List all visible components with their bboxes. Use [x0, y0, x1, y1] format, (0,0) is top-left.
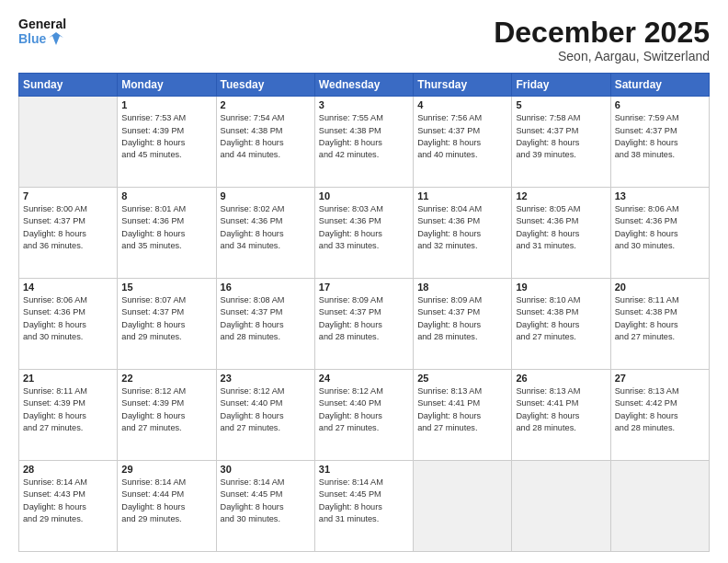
day-info: Sunrise: 8:13 AMSunset: 4:41 PMDaylight:… [417, 385, 507, 434]
title-block: December 2025 Seon, Aargau, Switzerland [494, 17, 710, 63]
day-info: Sunrise: 8:06 AMSunset: 4:36 PMDaylight:… [615, 203, 705, 252]
header-thursday: Thursday [414, 74, 512, 97]
day-info: Sunrise: 8:12 AMSunset: 4:39 PMDaylight:… [121, 385, 211, 434]
table-row: 3Sunrise: 7:55 AMSunset: 4:38 PMDaylight… [314, 97, 413, 188]
day-number: 14 [23, 282, 113, 293]
day-info: Sunrise: 8:14 AMSunset: 4:45 PMDaylight:… [221, 477, 311, 525]
day-info: Sunrise: 8:06 AMSunset: 4:36 PMDaylight:… [23, 294, 113, 343]
day-info: Sunrise: 8:14 AMSunset: 4:43 PMDaylight:… [23, 477, 113, 525]
day-info: Sunrise: 8:09 AMSunset: 4:37 PMDaylight:… [319, 294, 409, 343]
day-number: 9 [221, 190, 311, 201]
table-row: 8Sunrise: 8:01 AMSunset: 4:36 PMDaylight… [118, 188, 216, 279]
day-number: 20 [615, 282, 705, 293]
day-info: Sunrise: 8:09 AMSunset: 4:37 PMDaylight:… [417, 294, 507, 343]
table-row: 1Sunrise: 7:53 AMSunset: 4:39 PMDaylight… [118, 97, 216, 188]
day-number: 13 [615, 190, 705, 201]
table-row: 5Sunrise: 7:58 AMSunset: 4:37 PMDaylight… [512, 97, 610, 188]
day-number: 11 [417, 190, 507, 201]
table-row: 18Sunrise: 8:09 AMSunset: 4:37 PMDayligh… [414, 279, 512, 370]
day-number: 31 [319, 464, 409, 475]
day-info: Sunrise: 8:03 AMSunset: 4:36 PMDaylight:… [319, 203, 409, 252]
table-row: 9Sunrise: 8:02 AMSunset: 4:36 PMDaylight… [216, 188, 314, 279]
logo-symbol: General Blue [18, 17, 66, 46]
table-row: 2Sunrise: 7:54 AMSunset: 4:38 PMDaylight… [216, 97, 314, 188]
table-row: 6Sunrise: 7:59 AMSunset: 4:37 PMDaylight… [610, 97, 709, 188]
day-info: Sunrise: 8:07 AMSunset: 4:37 PMDaylight:… [121, 294, 211, 343]
table-row: 29Sunrise: 8:14 AMSunset: 4:44 PMDayligh… [118, 461, 216, 552]
table-row: 10Sunrise: 8:03 AMSunset: 4:36 PMDayligh… [314, 188, 413, 279]
table-row: 19Sunrise: 8:10 AMSunset: 4:38 PMDayligh… [512, 279, 610, 370]
table-row: 16Sunrise: 8:08 AMSunset: 4:37 PMDayligh… [216, 279, 314, 370]
table-row: 11Sunrise: 8:04 AMSunset: 4:36 PMDayligh… [414, 188, 512, 279]
day-number: 25 [417, 373, 507, 384]
month-title: December 2025 [494, 17, 710, 49]
table-row: 14Sunrise: 8:06 AMSunset: 4:36 PMDayligh… [19, 279, 118, 370]
day-number: 1 [121, 99, 211, 110]
table-row [610, 461, 709, 552]
calendar-week-5: 28Sunrise: 8:14 AMSunset: 4:43 PMDayligh… [19, 461, 710, 552]
header-monday: Monday [118, 74, 216, 97]
logo-bird-icon [49, 32, 63, 45]
header-friday: Friday [512, 74, 610, 97]
day-number: 30 [221, 464, 311, 475]
day-info: Sunrise: 7:54 AMSunset: 4:38 PMDaylight:… [221, 112, 311, 161]
day-info: Sunrise: 7:53 AMSunset: 4:39 PMDaylight:… [121, 112, 211, 161]
table-row: 25Sunrise: 8:13 AMSunset: 4:41 PMDayligh… [414, 370, 512, 461]
table-row: 15Sunrise: 8:07 AMSunset: 4:37 PMDayligh… [118, 279, 216, 370]
day-info: Sunrise: 8:08 AMSunset: 4:37 PMDaylight:… [221, 294, 311, 343]
svg-marker-0 [49, 32, 63, 45]
table-row: 23Sunrise: 8:12 AMSunset: 4:40 PMDayligh… [216, 370, 314, 461]
table-row: 4Sunrise: 7:56 AMSunset: 4:37 PMDaylight… [414, 97, 512, 188]
day-number: 19 [516, 282, 606, 293]
day-info: Sunrise: 8:01 AMSunset: 4:36 PMDaylight:… [121, 203, 211, 252]
day-info: Sunrise: 7:55 AMSunset: 4:38 PMDaylight:… [319, 112, 409, 161]
day-number: 5 [516, 99, 606, 110]
day-info: Sunrise: 8:04 AMSunset: 4:36 PMDaylight:… [417, 203, 507, 252]
table-row [414, 461, 512, 552]
day-number: 23 [221, 373, 311, 384]
day-number: 26 [516, 373, 606, 384]
day-number: 18 [417, 282, 507, 293]
header: General Blue December 2025 Seon, Aargau,… [18, 17, 710, 63]
day-info: Sunrise: 8:12 AMSunset: 4:40 PMDaylight:… [221, 385, 311, 434]
day-number: 6 [615, 99, 705, 110]
day-info: Sunrise: 8:14 AMSunset: 4:45 PMDaylight:… [319, 477, 409, 525]
calendar-week-3: 14Sunrise: 8:06 AMSunset: 4:36 PMDayligh… [19, 279, 710, 370]
day-info: Sunrise: 8:00 AMSunset: 4:37 PMDaylight:… [23, 203, 113, 252]
calendar-week-1: 1Sunrise: 7:53 AMSunset: 4:39 PMDaylight… [19, 97, 710, 188]
day-number: 29 [121, 464, 211, 475]
day-number: 17 [319, 282, 409, 293]
day-number: 8 [121, 190, 211, 201]
table-row [512, 461, 610, 552]
day-number: 12 [516, 190, 606, 201]
day-info: Sunrise: 8:11 AMSunset: 4:39 PMDaylight:… [23, 385, 113, 434]
day-info: Sunrise: 8:10 AMSunset: 4:38 PMDaylight:… [516, 294, 606, 343]
day-number: 16 [221, 282, 311, 293]
day-info: Sunrise: 8:12 AMSunset: 4:40 PMDaylight:… [319, 385, 409, 434]
day-info: Sunrise: 8:02 AMSunset: 4:36 PMDaylight:… [221, 203, 311, 252]
table-row: 27Sunrise: 8:13 AMSunset: 4:42 PMDayligh… [610, 370, 709, 461]
header-wednesday: Wednesday [314, 74, 413, 97]
day-number: 28 [23, 464, 113, 475]
day-number: 4 [417, 99, 507, 110]
table-row: 30Sunrise: 8:14 AMSunset: 4:45 PMDayligh… [216, 461, 314, 552]
day-number: 21 [23, 373, 113, 384]
table-row: 22Sunrise: 8:12 AMSunset: 4:39 PMDayligh… [118, 370, 216, 461]
calendar-week-2: 7Sunrise: 8:00 AMSunset: 4:37 PMDaylight… [19, 188, 710, 279]
table-row: 7Sunrise: 8:00 AMSunset: 4:37 PMDaylight… [19, 188, 118, 279]
calendar-week-4: 21Sunrise: 8:11 AMSunset: 4:39 PMDayligh… [19, 370, 710, 461]
day-info: Sunrise: 8:05 AMSunset: 4:36 PMDaylight:… [516, 203, 606, 252]
header-tuesday: Tuesday [216, 74, 314, 97]
page: General Blue December 2025 Seon, Aargau,… [0, 0, 728, 563]
day-info: Sunrise: 8:11 AMSunset: 4:38 PMDaylight:… [615, 294, 705, 343]
day-info: Sunrise: 7:56 AMSunset: 4:37 PMDaylight:… [417, 112, 507, 161]
table-row [19, 97, 118, 188]
table-row: 28Sunrise: 8:14 AMSunset: 4:43 PMDayligh… [19, 461, 118, 552]
table-row: 21Sunrise: 8:11 AMSunset: 4:39 PMDayligh… [19, 370, 118, 461]
day-number: 7 [23, 190, 113, 201]
calendar-table: Sunday Monday Tuesday Wednesday Thursday… [18, 73, 710, 552]
day-info: Sunrise: 8:14 AMSunset: 4:44 PMDaylight:… [121, 477, 211, 525]
table-row: 26Sunrise: 8:13 AMSunset: 4:41 PMDayligh… [512, 370, 610, 461]
day-number: 3 [319, 99, 409, 110]
header-sunday: Sunday [19, 74, 118, 97]
